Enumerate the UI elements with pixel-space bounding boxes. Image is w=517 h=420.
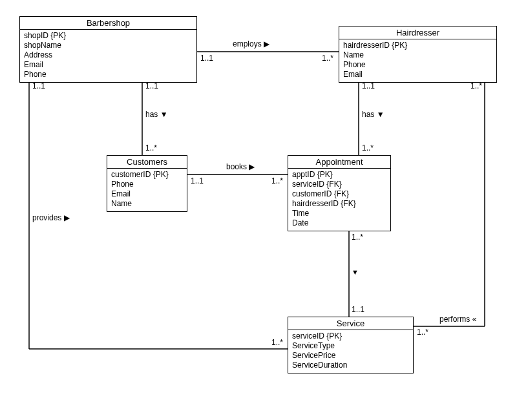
- entity-service: Service serviceID {PK} ServiceType Servi…: [288, 317, 414, 373]
- attr: Time: [292, 209, 386, 218]
- label-books: books ▶: [226, 162, 255, 171]
- entity-customers: Customers customerID {PK} Phone Email Na…: [107, 155, 187, 212]
- mult-employs-right: 1..*: [322, 54, 333, 63]
- attr: ServicePrice: [292, 351, 409, 361]
- entity-barbershop-body: shopID {PK} shopName Address Email Phone: [20, 30, 196, 82]
- attr: serviceID {PK}: [292, 331, 409, 341]
- attr: Address: [24, 50, 193, 60]
- mult-has-cust-top: 1..1: [145, 81, 158, 90]
- attr: customerID {FK}: [292, 189, 386, 199]
- label-hd-appt: has ▼: [362, 110, 385, 119]
- attr: shopID {PK}: [24, 31, 193, 41]
- entity-hairdresser-title: Hairdresser: [339, 26, 496, 39]
- entity-customers-title: Customers: [107, 156, 187, 169]
- mult-appt-svc-bot: 1..1: [352, 305, 364, 314]
- attr: Phone: [111, 180, 183, 189]
- mult-books-left: 1..1: [191, 176, 204, 185]
- label-appt-svc: ▼: [352, 268, 359, 276]
- entity-appointment-body: apptID {PK} serviceID {FK} customerID {F…: [288, 169, 390, 231]
- mult-hd-appt-top: 1..1: [362, 81, 375, 90]
- entity-barbershop: Barbershop shopID {PK} shopName Address …: [19, 16, 197, 83]
- mult-provides-top: 1..1: [32, 81, 45, 90]
- mult-performs-top: 1..*: [470, 81, 482, 90]
- attr: Email: [111, 189, 183, 199]
- attr: serviceID {FK}: [292, 180, 386, 189]
- mult-appt-svc-top: 1..*: [352, 233, 363, 242]
- mult-provides-right: 1..*: [271, 338, 283, 347]
- mult-books-right: 1..*: [271, 176, 283, 185]
- attr: Name: [343, 50, 492, 60]
- attr: ServiceDuration: [292, 361, 409, 370]
- mult-has-cust-bot: 1..*: [145, 143, 157, 152]
- entity-service-body: serviceID {PK} ServiceType ServicePrice …: [288, 330, 413, 373]
- attr: Email: [24, 60, 193, 70]
- attr: Phone: [24, 70, 193, 79]
- attr: hairdresserID {FK}: [292, 199, 386, 209]
- label-performs: performs «: [439, 315, 476, 324]
- attr: Name: [111, 199, 183, 209]
- entity-hairdresser: Hairdresser hairdresserID {PK} Name Phon…: [339, 26, 497, 83]
- attr: customerID {PK}: [111, 170, 183, 180]
- entity-customers-body: customerID {PK} Phone Email Name: [107, 169, 187, 211]
- mult-performs-left: 1..*: [417, 328, 428, 337]
- attr: apptID {PK}: [292, 170, 386, 180]
- mult-hd-appt-bot: 1..*: [362, 143, 374, 152]
- entity-appointment-title: Appointment: [288, 156, 390, 169]
- attr: Email: [343, 70, 492, 79]
- label-provides: provides ▶: [32, 213, 70, 222]
- entity-appointment: Appointment apptID {PK} serviceID {FK} c…: [288, 155, 391, 231]
- attr: hairdresserID {PK}: [343, 41, 492, 50]
- entity-service-title: Service: [288, 317, 413, 330]
- attr: Date: [292, 218, 386, 228]
- attr: Phone: [343, 60, 492, 70]
- mult-employs-left: 1..1: [200, 54, 213, 63]
- entity-hairdresser-body: hairdresserID {PK} Name Phone Email: [339, 39, 496, 82]
- attr: shopName: [24, 41, 193, 50]
- label-has-cust: has ▼: [145, 110, 168, 119]
- entity-barbershop-title: Barbershop: [20, 17, 196, 30]
- label-employs: employs ▶: [233, 39, 269, 48]
- attr: ServiceType: [292, 341, 409, 351]
